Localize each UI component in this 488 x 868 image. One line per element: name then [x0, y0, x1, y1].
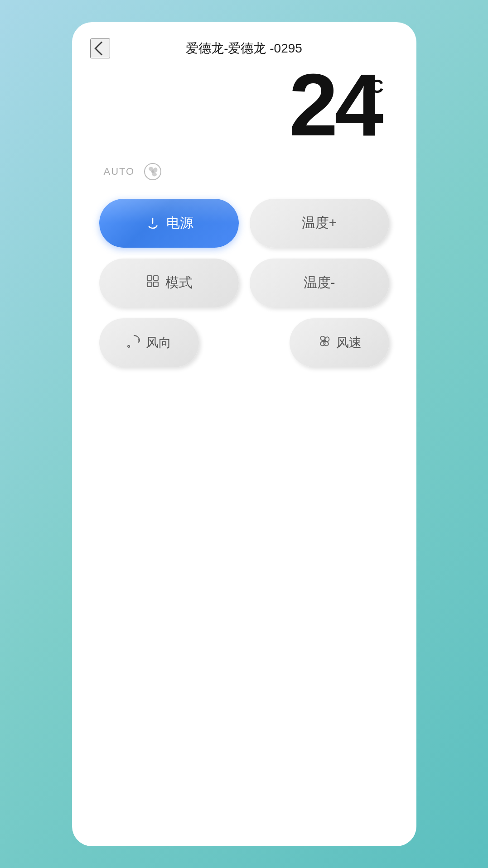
- mode-icon: [145, 274, 160, 292]
- temp-minus-button[interactable]: 温度-: [250, 259, 389, 307]
- svg-rect-4: [147, 276, 152, 280]
- mode-button[interactable]: 模式: [99, 259, 239, 307]
- wind-speed-icon: [317, 334, 332, 351]
- controls-row-3: 风向 风速: [99, 318, 389, 367]
- auto-label: AUTO: [104, 166, 135, 177]
- svg-point-1: [151, 170, 154, 173]
- temp-plus-label: 温度+: [302, 214, 337, 232]
- back-icon: [94, 41, 108, 55]
- svg-rect-7: [154, 282, 158, 287]
- temperature-value: 24: [289, 61, 380, 149]
- power-button[interactable]: 电源: [99, 199, 239, 248]
- power-label: 电源: [166, 214, 193, 232]
- temp-plus-button[interactable]: 温度+: [250, 199, 389, 248]
- svg-rect-5: [154, 276, 158, 280]
- wind-speed-label: 风速: [336, 334, 362, 351]
- temperature-unit: °C: [362, 76, 383, 97]
- auto-row: AUTO: [72, 158, 416, 190]
- power-icon: [145, 215, 161, 231]
- wind-speed-button[interactable]: 风速: [290, 318, 389, 367]
- svg-point-8: [128, 345, 130, 347]
- wind-direction-button[interactable]: 风向: [99, 318, 199, 367]
- fan-icon: [144, 163, 162, 181]
- back-button[interactable]: [90, 38, 110, 58]
- wind-direction-label: 风向: [146, 334, 171, 351]
- controls-row-1: 电源 温度+: [99, 199, 389, 248]
- page-title: 爱德龙-爱德龙 -0295: [186, 40, 302, 57]
- mode-label: 模式: [165, 273, 193, 292]
- controls-row-2: 模式 温度-: [99, 259, 389, 307]
- main-card: 爱德龙-爱德龙 -0295 °C 24 AUTO: [72, 22, 416, 846]
- wind-direction-icon: [127, 334, 141, 351]
- temp-minus-label: 温度-: [304, 273, 335, 292]
- svg-rect-6: [147, 282, 152, 287]
- controls-area: 电源 温度+ 模式 温度-: [72, 190, 416, 376]
- temperature-display: °C 24: [72, 67, 416, 158]
